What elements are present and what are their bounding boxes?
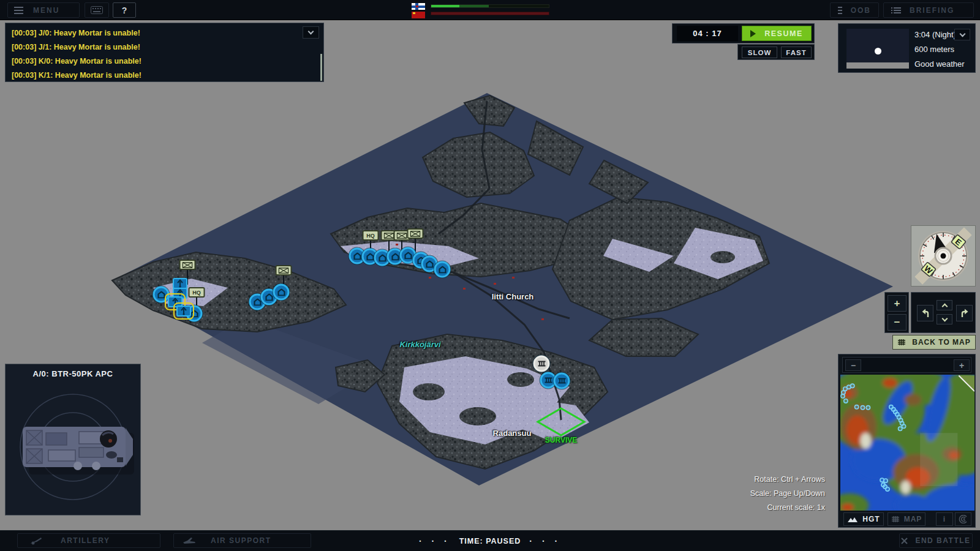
time-status: · · · TIME: PAUSED · · · [0,531,980,551]
infantry-symbol-icon [183,262,193,268]
time-control-panel: 04 : 17 RESUME [672,23,815,43]
zoom-in-button[interactable]: + [888,295,907,312]
apc-symbol-icon [265,293,273,301]
briefing-button[interactable]: BRIEFING [883,2,974,18]
weather: Good weather [914,59,965,69]
mortar-symbol-icon [180,307,187,315]
minimap-zoom-in-button[interactable]: + [954,359,970,371]
chevron-down-icon [941,315,948,321]
mortar-symbol-icon [172,298,179,306]
unit-title: A/0: BTR-50PK APC [6,369,140,378]
minimap-unit-dot [884,479,888,482]
compass-icon: E W [911,226,975,286]
infantry-flag[interactable] [276,265,292,276]
minimap-unit-dot [886,487,889,491]
supply-symbol-icon [557,378,566,384]
oob-button[interactable]: OOB [830,2,879,18]
map-unit-apc[interactable] [273,284,290,301]
minimap-hgt-button[interactable]: HGT [843,512,884,526]
message-log-panel: [00:03] J/0: Heavy Mortar is unable![00:… [5,23,324,82]
supply-symbol-icon [544,377,552,384]
apc-symbol-icon [277,288,285,296]
log-message: [00:03] J/0: Heavy Mortar is unable! [12,26,317,40]
log-scrollbar[interactable] [320,54,322,81]
minimap-unit-dot [841,394,845,398]
infantry-flag[interactable] [407,228,424,239]
objective-label: SURVIVE [545,436,577,444]
grid-icon [891,515,900,523]
info-icon: i [943,515,946,523]
list-icon [838,5,842,16]
hq-flag[interactable]: HQ [189,287,205,298]
zoom-out-button[interactable]: − [888,314,907,331]
fast-button[interactable]: FAST [781,47,812,58]
minimap-map-button[interactable]: MAP [888,512,925,526]
oob-label: OOB [851,6,871,15]
unit-info-panel: A/0: BTR-50PK APC [5,364,141,515]
dots-right: · · · [529,536,561,546]
minimap-zoom-out-button[interactable]: − [845,359,861,371]
end-battle-button[interactable]: END BATTLE [899,533,973,548]
hgt-label: HGT [862,515,880,523]
infantry-symbol-icon [410,231,421,237]
bullet-list-icon [891,7,901,14]
resume-button[interactable]: RESUME [742,26,812,41]
hint-rotate: Rotate: Ctrl + Arrows [750,473,825,487]
x-icon [901,538,908,544]
infantry-symbol-icon [279,268,289,274]
log-collapse-button[interactable] [303,26,319,39]
apc-symbol-icon [425,260,434,268]
chevron-down-icon [308,29,314,35]
map-unit-apc[interactable] [434,261,451,278]
conditions-expand-button[interactable] [954,29,970,40]
rotate-left-button[interactable] [917,305,933,321]
rotate-left-arrow-icon [920,308,931,319]
minimap-unit-dot [851,384,854,388]
minimap-panel: − + [838,354,976,528]
play-icon [750,30,756,37]
infantry-flag[interactable] [179,260,196,270]
minimap-zoom-bar: − + [842,357,971,373]
minimap-unit-dot [866,406,870,410]
minimap-contour-button[interactable] [955,512,971,526]
rotate-right-button[interactable] [956,305,973,321]
minimap[interactable] [840,375,974,511]
minimap-unit-dot [844,399,848,403]
keyboard-icon [91,6,103,14]
back-to-map-button[interactable]: BACK TO MAP [892,335,976,350]
tilt-down-button[interactable] [937,314,952,324]
map-place-label: Radansuu [493,429,532,438]
menu-button[interactable]: MENU [7,2,80,18]
hq-flag[interactable]: HQ [363,230,379,241]
visibility: 600 meters [914,45,954,54]
bottom-bar: ARTILLERY AIR SUPPORT · · · TIME: PAUSED… [0,530,980,551]
friendly-strength-fill [431,5,459,7]
apc-symbol-icon [438,266,447,273]
map-place-label: Kirkkojärvi [399,340,440,349]
contour-icon [959,515,968,523]
apc-symbol-icon [404,252,412,259]
apc-symbol-icon [366,253,374,260]
sky-preview [846,29,909,69]
apc-symbol-icon [353,252,361,260]
help-button[interactable]: ? [113,2,136,18]
infantry-symbol-icon [384,233,394,239]
grid-icon [897,339,906,346]
enemy-strength-bar [431,12,549,15]
compass-panel[interactable]: E W [911,225,976,287]
map-unit-supply[interactable] [533,356,550,372]
minimap-unit-dot [861,406,864,410]
log-message: [00:03] K/0: Heavy Mortar is unable! [12,54,317,69]
slow-button[interactable]: SLOW [742,47,777,58]
map-unit-supply[interactable] [554,373,570,389]
back-to-map-label: BACK TO MAP [912,338,970,347]
minimap-info-button[interactable]: i [936,512,953,526]
keyboard-button[interactable] [85,2,109,18]
map-unit-apc[interactable] [153,287,170,303]
finland-flag-icon [412,3,425,10]
tilt-up-button[interactable] [937,300,952,310]
rotate-tilt-panel [911,292,976,333]
hamburger-icon [14,5,23,16]
map-place-label: Iitti Church [492,292,534,301]
map-unit-mortar[interactable] [176,305,191,317]
